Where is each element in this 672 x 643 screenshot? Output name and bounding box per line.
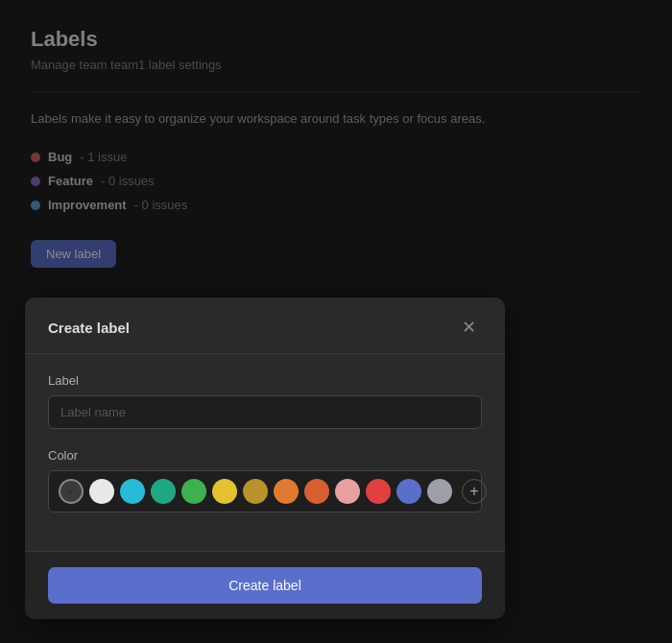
label-field-label: Label (48, 373, 482, 388)
modal-body: Label Color ✓+ (25, 354, 505, 551)
color-swatch[interactable] (181, 479, 206, 504)
color-swatch[interactable] (212, 479, 237, 504)
plus-icon: + (469, 483, 478, 500)
modal-header: Create label ✕ (25, 298, 505, 354)
color-field-label: Color (48, 448, 482, 463)
color-swatch[interactable] (366, 479, 391, 504)
color-picker: ✓+ (48, 470, 482, 512)
color-swatch[interactable] (151, 479, 176, 504)
label-name-input[interactable] (48, 395, 482, 429)
modal-overlay: Create label ✕ Label Color ✓+ Create lab… (0, 0, 672, 643)
selected-check-icon: ✓ (66, 485, 76, 498)
color-swatch[interactable] (304, 479, 329, 504)
create-label-modal: Create label ✕ Label Color ✓+ Create lab… (25, 298, 505, 619)
modal-close-button[interactable]: ✕ (456, 317, 482, 338)
label-form-group: Label (48, 373, 482, 429)
color-swatch[interactable] (396, 479, 421, 504)
color-swatch[interactable]: ✓ (59, 479, 84, 504)
add-custom-color-button[interactable]: + (462, 479, 487, 504)
modal-footer: Create label (25, 551, 505, 619)
color-swatch[interactable] (120, 479, 145, 504)
color-swatch[interactable] (335, 479, 360, 504)
color-swatch[interactable] (89, 479, 114, 504)
color-swatch[interactable] (243, 479, 268, 504)
color-swatch[interactable] (427, 479, 452, 504)
color-form-group: Color ✓+ (48, 448, 482, 512)
modal-title: Create label (48, 320, 130, 336)
color-swatch[interactable] (274, 479, 299, 504)
create-label-button[interactable]: Create label (48, 567, 482, 604)
